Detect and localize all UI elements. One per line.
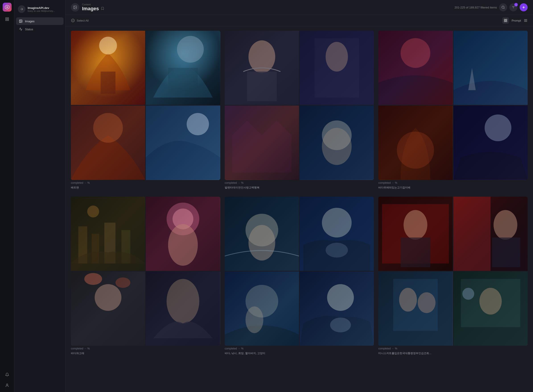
image-grid-portrait[interactable] (378, 197, 528, 346)
image-cell[interactable] (225, 106, 299, 180)
image-cell[interactable] (378, 197, 452, 271)
sidebar-item-status[interactable]: Status (16, 25, 63, 33)
svg-point-95 (479, 288, 502, 314)
svg-rect-19 (504, 19, 505, 20)
image-grid-fishing[interactable] (378, 31, 528, 180)
image-cell[interactable] (453, 271, 528, 346)
card-prompt: 바다와고래 (71, 351, 220, 355)
grid-area: completed – % 배트맨 (66, 26, 533, 392)
search-button[interactable] (499, 3, 507, 11)
topbar-title-group: Content Images (82, 3, 452, 12)
bookmark-icon[interactable] (101, 6, 104, 12)
image-cell[interactable] (300, 271, 374, 346)
svg-rect-72 (300, 197, 374, 271)
svg-rect-59 (146, 197, 220, 271)
svg-point-96 (462, 288, 474, 299)
image-cell[interactable] (146, 271, 220, 346)
image-cell[interactable] (71, 31, 145, 105)
svg-rect-90 (393, 279, 438, 331)
svg-rect-26 (71, 31, 145, 105)
sidebar-item-images[interactable]: Images (16, 17, 63, 25)
topbar-section-icon (71, 3, 79, 12)
card-status: completed (378, 347, 390, 350)
svg-point-70 (245, 214, 278, 246)
card-status: completed (378, 181, 390, 184)
svg-rect-75 (225, 271, 299, 346)
svg-point-87 (494, 210, 517, 240)
image-cell[interactable] (378, 106, 452, 180)
image-cell[interactable] (225, 31, 299, 105)
image-cell[interactable] (300, 197, 374, 271)
svg-rect-69 (225, 197, 299, 271)
select-all-label: Select All (77, 19, 89, 22)
view-toggle (502, 17, 509, 24)
svg-point-60 (167, 202, 200, 235)
card-meta-6: completed – % (378, 347, 528, 350)
card-prompt: 발렌타데이연인사랑고백행복 (225, 186, 374, 190)
grid-icon[interactable] (3, 15, 11, 23)
image-cell[interactable] (146, 106, 220, 180)
image-cell[interactable] (71, 106, 145, 180)
svg-point-64 (95, 284, 121, 311)
image-groups: completed – % 배트맨 (71, 31, 528, 355)
svg-rect-2 (5, 18, 7, 19)
image-cell[interactable] (453, 197, 528, 271)
image-cell[interactable] (71, 197, 145, 271)
svg-rect-78 (300, 271, 374, 346)
topbar-section-label: Content (82, 3, 452, 6)
svg-rect-40 (314, 38, 359, 98)
image-cell[interactable] (146, 31, 220, 105)
sidebar-app-name: ImagineAPI.dev (28, 6, 55, 9)
select-all-button[interactable]: Select All (71, 19, 89, 23)
image-row-2: completed – % 바다와고래 (71, 197, 528, 355)
menu-dots-button[interactable] (524, 19, 528, 23)
svg-point-76 (245, 285, 278, 317)
card-status: completed (225, 181, 237, 184)
image-cell[interactable] (453, 31, 528, 105)
svg-point-92 (418, 292, 436, 313)
svg-rect-34 (146, 106, 220, 180)
prompt-label[interactable]: Prompt (512, 19, 521, 22)
image-cell[interactable] (146, 197, 220, 271)
image-cell[interactable] (225, 197, 299, 271)
image-cell[interactable] (300, 106, 374, 180)
image-cell[interactable] (378, 271, 452, 346)
card-prompt: 바다, 낚시, 희망, 할아버지, 고양이 (225, 351, 374, 355)
card-meta-3: completed – % (378, 181, 528, 184)
filter-button[interactable]: 1 (509, 3, 517, 11)
svg-rect-31 (168, 68, 198, 94)
image-cell[interactable] (225, 271, 299, 346)
image-grid-valentine[interactable] (225, 31, 374, 180)
image-grid-batman[interactable] (71, 31, 220, 180)
svg-rect-21 (504, 21, 505, 22)
svg-point-74 (326, 243, 348, 257)
status-nav-icon (19, 27, 23, 31)
image-cell[interactable] (453, 106, 528, 180)
svg-rect-46 (378, 31, 452, 105)
image-cell[interactable] (378, 31, 452, 105)
image-grid-whale[interactable] (71, 197, 220, 346)
image-grid-sea[interactable] (225, 197, 374, 346)
svg-point-27 (99, 37, 117, 55)
svg-point-41 (326, 42, 348, 71)
image-card-5: completed – % 바다, 낚시, 희망, 할아버지, 고양이 (225, 197, 374, 355)
svg-point-33 (93, 113, 123, 143)
image-cell[interactable] (71, 271, 145, 346)
image-cell[interactable] (300, 31, 374, 105)
grid-view-button[interactable] (502, 17, 509, 24)
svg-line-12 (504, 8, 504, 9)
app-logo-button[interactable] (3, 3, 12, 12)
add-button[interactable] (520, 3, 528, 11)
svg-rect-86 (453, 197, 491, 271)
svg-rect-63 (71, 271, 145, 346)
image-card-4: completed – % 바다와고래 (71, 197, 220, 355)
svg-point-52 (485, 114, 511, 141)
svg-point-1 (6, 6, 8, 8)
topbar-right: 201-225 of 189,927 filtered items 1 (455, 3, 528, 11)
svg-rect-82 (382, 204, 449, 263)
user-icon[interactable] (3, 381, 11, 389)
svg-rect-36 (225, 31, 299, 105)
svg-point-65 (84, 273, 102, 285)
image-card-6: completed – % 미니스커트를입은한국대통령영부인김건희... (378, 197, 528, 355)
bell-icon[interactable] (3, 371, 11, 379)
